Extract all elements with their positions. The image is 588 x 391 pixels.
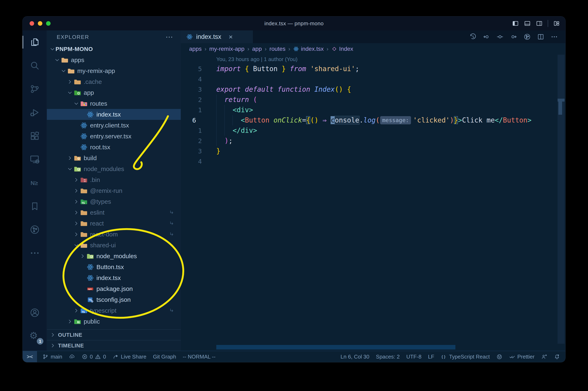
activity-item-remote-explorer[interactable] xyxy=(23,148,47,171)
tree-item-routes[interactable]: routes xyxy=(47,98,181,109)
git-graph-icon[interactable] xyxy=(523,33,531,40)
layout-customize-icon[interactable] xyxy=(553,20,560,27)
status-item-notifications[interactable] xyxy=(551,351,563,362)
minimize-window-button[interactable] xyxy=(38,21,42,26)
breadcrumb-item-index[interactable]: Index xyxy=(331,46,353,52)
minimap[interactable] xyxy=(558,55,565,344)
tree-item-app[interactable]: app xyxy=(47,87,181,98)
ellipsis-icon[interactable] xyxy=(551,33,558,40)
activity-item-accounts[interactable] xyxy=(23,301,47,324)
tree-item-tsconfig-json[interactable]: TStsconfig.json xyxy=(47,294,181,305)
code-line: 1 <div> xyxy=(181,105,565,115)
breadcrumb-item-routes[interactable]: routes xyxy=(270,46,286,52)
tree-item-node-modules[interactable]: JSnode_modules xyxy=(47,163,181,174)
layout-panel-icon[interactable] xyxy=(524,20,531,27)
breadcrumb-separator: › xyxy=(247,46,249,52)
tree-item-label: routes xyxy=(90,100,107,107)
tree-item-eslint[interactable]: eslint xyxy=(47,207,181,218)
tree-item--cache[interactable]: .cache xyxy=(47,76,181,87)
status-item-live-share[interactable]: Live Share xyxy=(109,351,150,362)
tree-item--types[interactable]: TS@types xyxy=(47,196,181,207)
activity-item-more-views[interactable] xyxy=(23,241,47,265)
chevron-right-icon xyxy=(80,253,86,259)
tree-item--remix-run[interactable]: @remix-run xyxy=(47,185,181,196)
tree-item-react-dom[interactable]: react-dom xyxy=(47,229,181,240)
tree-item-build[interactable]: build xyxy=(47,153,181,163)
close-tab-button[interactable]: × xyxy=(229,33,233,41)
status-item-problems[interactable]: 00 xyxy=(78,351,109,362)
activity-item-git-graph[interactable] xyxy=(23,218,47,241)
line-number: 3 xyxy=(181,146,208,156)
tree-item-label: public xyxy=(84,318,100,325)
tree-item-index-tsx[interactable]: index.tsx xyxy=(47,109,181,120)
chevron-right-icon xyxy=(73,220,79,226)
tree-item-index-tsx[interactable]: index.tsx xyxy=(47,272,181,283)
line-number: 5 xyxy=(181,64,208,74)
tree-item-button-tsx[interactable]: Button.tsx xyxy=(47,262,181,272)
activity-item-search[interactable] xyxy=(23,54,47,77)
change-icon[interactable] xyxy=(496,33,504,40)
status-item-indentation[interactable]: Spaces: 2 xyxy=(373,351,403,362)
tree-item-my-remix-app[interactable]: my-remix-app xyxy=(47,65,181,76)
activity-item-nx-console[interactable]: N≥ xyxy=(23,171,47,195)
breadcrumb-item-apps[interactable]: apps xyxy=(189,46,202,52)
layout-sidebar-left-icon[interactable] xyxy=(512,20,519,27)
layout-sidebar-right-icon[interactable] xyxy=(536,20,543,27)
tree-item-apps[interactable]: apps xyxy=(47,54,181,65)
activity-item-bookmarks[interactable] xyxy=(23,195,47,218)
prev-change-icon[interactable] xyxy=(483,33,490,40)
status-item-eol[interactable]: LF xyxy=(425,351,437,362)
next-change-icon[interactable] xyxy=(510,33,517,40)
tree-item-package-json[interactable]: npmpackage.json xyxy=(47,283,181,294)
status-item-git-branch[interactable]: main xyxy=(39,351,65,362)
activity-item-source-control[interactable] xyxy=(23,77,47,101)
breadcrumb-item-app[interactable]: app xyxy=(252,46,262,52)
breadcrumb-item-index-tsx[interactable]: index.tsx xyxy=(293,46,324,52)
history-icon[interactable] xyxy=(469,33,477,40)
tab-index-tsx[interactable]: index.tsx × xyxy=(181,30,253,43)
inlay-hint: message: xyxy=(380,116,411,124)
split-editor-icon[interactable] xyxy=(537,33,544,40)
code-editor[interactable]: You, 23 hours ago | 1 author (You) 5impo… xyxy=(181,55,565,351)
tree-item-public[interactable]: public xyxy=(47,316,181,327)
status-item-prettier[interactable]: Prettier xyxy=(506,351,538,362)
status-item-feedback[interactable] xyxy=(538,351,551,362)
zoom-window-button[interactable] xyxy=(46,21,51,26)
source-control-icon xyxy=(29,84,40,94)
tree-item-entry-client-tsx[interactable]: entry.client.tsx xyxy=(47,120,181,131)
breadcrumb-label: Index xyxy=(339,46,353,52)
activity-item-extensions[interactable] xyxy=(23,124,47,148)
tree-item-shared-ui[interactable]: shared-ui xyxy=(47,240,181,251)
status-item-vim-mode[interactable]: -- NORMAL -- xyxy=(180,351,219,362)
tree-item-react[interactable]: react xyxy=(47,218,181,229)
status-item-language-mode[interactable]: { }TypeScript React xyxy=(437,351,493,362)
tree-root-pnpm-mono[interactable]: PNPM-MONO xyxy=(47,44,181,54)
tree-item-node-modules[interactable]: JSnode_modules xyxy=(47,251,181,262)
tree-item--bin[interactable]: 0110.bin xyxy=(47,174,181,185)
timeline-section-header[interactable]: TIMELINE xyxy=(47,340,181,351)
status-item-sync-changes[interactable] xyxy=(66,351,78,362)
folder-nm-icon: JS xyxy=(87,252,94,260)
activity-item-run-debug[interactable] xyxy=(23,101,47,124)
codelens-blame[interactable]: You, 23 hours ago | 1 author (You) xyxy=(181,55,565,64)
tree-item-root-tsx[interactable]: root.tsx xyxy=(47,142,181,153)
status-bar: ><main00Live ShareGit Graph-- NORMAL -- … xyxy=(23,351,565,362)
breadcrumb-item-my-remix-app[interactable]: my-remix-app xyxy=(209,46,244,52)
activity-item-explorer[interactable] xyxy=(23,30,47,54)
tree-item-entry-server-tsx[interactable]: entry.server.tsx xyxy=(47,131,181,142)
outline-section-header[interactable]: OUTLINE xyxy=(47,329,181,340)
tree-item-typescript[interactable]: TStypescript xyxy=(47,305,181,316)
status-item-encoding[interactable]: UTF-8 xyxy=(403,351,425,362)
status-item-cursor-position[interactable]: Ln 6, Col 30 xyxy=(337,351,373,362)
status-item-github[interactable] xyxy=(493,351,506,362)
status-item-remote-indicator[interactable]: >< xyxy=(23,351,37,362)
code-line: 3} xyxy=(181,146,565,156)
horizontal-scrollbar[interactable] xyxy=(216,345,455,349)
person-feedback-icon xyxy=(541,354,547,360)
remote-explorer-icon xyxy=(29,154,40,165)
minimap-slider[interactable] xyxy=(558,99,565,115)
activity-item-settings[interactable]: ⚙1 xyxy=(23,324,47,348)
status-item-git-graph[interactable]: Git Graph xyxy=(150,351,180,362)
close-window-button[interactable] xyxy=(30,21,34,26)
chevron-down-icon xyxy=(49,46,56,52)
